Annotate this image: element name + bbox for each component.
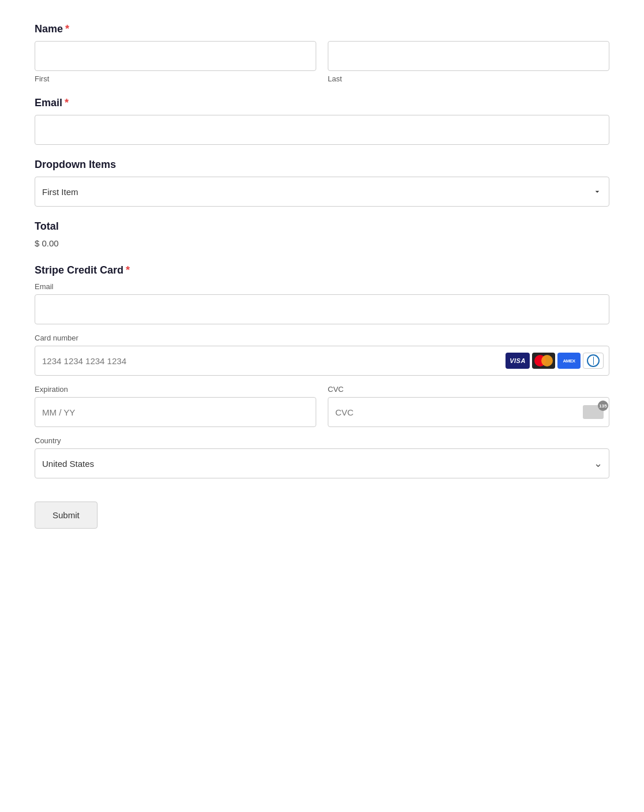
submit-button[interactable]: Submit [35, 502, 98, 529]
stripe-email-input[interactable] [35, 294, 609, 324]
cvc-input[interactable] [328, 397, 609, 427]
cvc-input-wrapper: 135 [328, 397, 609, 427]
card-number-label: Card number [35, 334, 609, 342]
stripe-label-text: Stripe Credit Card [35, 264, 123, 276]
cvc-col: CVC 135 [328, 385, 609, 427]
cvc-label: CVC [328, 385, 609, 394]
stripe-required-star: * [126, 264, 130, 276]
total-section: Total $ 0.00 [35, 220, 609, 248]
cvc-card-shape: 135 [583, 405, 604, 419]
cvc-badge: 135 [598, 401, 608, 411]
name-label-text: Name [35, 23, 63, 35]
email-label-text: Email [35, 97, 62, 109]
total-value: $ 0.00 [35, 238, 609, 248]
email-required-star: * [65, 97, 69, 109]
first-name-input[interactable] [35, 41, 316, 71]
stripe-email-label: Email [35, 282, 609, 291]
expiration-input-wrapper [35, 397, 316, 427]
country-select-wrapper: United States Canada United Kingdom Aust… [35, 448, 609, 478]
dropdown-label: Dropdown Items [35, 159, 609, 171]
last-sub-label: Last [328, 74, 609, 83]
email-section: Email * [35, 97, 609, 145]
name-required-star: * [65, 23, 69, 35]
last-name-input[interactable] [328, 41, 609, 71]
total-label: Total [35, 220, 609, 233]
diners-icon [583, 353, 604, 369]
email-input[interactable] [35, 115, 609, 145]
name-section: Name * First Last [35, 23, 609, 83]
expiration-input[interactable] [35, 397, 316, 427]
stripe-section: Stripe Credit Card * Email Card number V… [35, 264, 609, 478]
dropdown-section: Dropdown Items First Item Second Item Th… [35, 159, 609, 207]
first-sub-label: First [35, 74, 316, 83]
name-label: Name * [35, 23, 609, 35]
country-select[interactable]: United States Canada United Kingdom Aust… [35, 448, 609, 478]
card-number-wrapper: VISA AMEX [35, 346, 609, 376]
name-row: First Last [35, 41, 609, 83]
email-label: Email * [35, 97, 609, 109]
expiration-label: Expiration [35, 385, 316, 394]
exp-cvc-row: Expiration CVC 135 [35, 385, 609, 427]
card-icons: VISA AMEX [506, 353, 604, 369]
country-label: Country [35, 436, 609, 445]
mastercard-icon [532, 353, 555, 369]
expiration-col: Expiration [35, 385, 316, 427]
stripe-label: Stripe Credit Card * [35, 264, 609, 276]
last-name-col: Last [328, 41, 609, 83]
amex-icon: AMEX [557, 353, 581, 369]
visa-icon: VISA [506, 353, 530, 369]
cvc-card-icon: 135 [583, 405, 604, 419]
submit-section: Submit [35, 496, 609, 529]
dropdown-select[interactable]: First Item Second Item Third Item [35, 177, 609, 207]
first-name-col: First [35, 41, 316, 83]
